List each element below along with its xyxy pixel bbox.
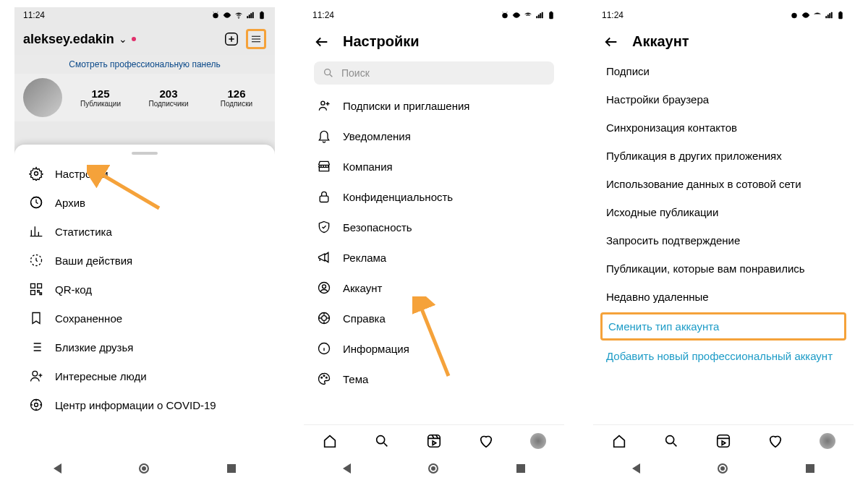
pro-dashboard-banner[interactable]: Смотреть профессиональную панель bbox=[14, 55, 275, 74]
eye-icon bbox=[512, 11, 521, 20]
username[interactable]: aleksey.edakin bbox=[23, 32, 114, 47]
profile-avatar-icon[interactable] bbox=[530, 433, 546, 449]
row-label: Справка bbox=[343, 312, 386, 325]
home-button[interactable] bbox=[718, 463, 728, 474]
account-original[interactable]: Исходные публикации bbox=[593, 198, 854, 226]
menu-covid[interactable]: Центр информации о COVID-19 bbox=[14, 390, 275, 419]
stat-posts[interactable]: 125 Публикации bbox=[71, 87, 130, 108]
battery-icon bbox=[547, 11, 556, 20]
account-contacts[interactable]: Синхронизация контактов bbox=[593, 114, 854, 142]
svg-point-1 bbox=[226, 14, 228, 16]
status-icons bbox=[790, 11, 845, 20]
home-icon[interactable] bbox=[322, 433, 338, 449]
recents-button[interactable] bbox=[806, 464, 814, 473]
alarm-icon bbox=[790, 11, 799, 20]
settings-help[interactable]: Справка bbox=[304, 303, 564, 333]
account-verify[interactable]: Запросить подтверждение bbox=[593, 226, 854, 254]
account-switch-type[interactable]: Сменить тип аккаунта bbox=[608, 320, 838, 333]
search-icon[interactable] bbox=[663, 433, 679, 449]
settings-ads[interactable]: Реклама bbox=[304, 242, 564, 273]
svg-point-33 bbox=[792, 13, 797, 18]
status-bar: 11:24 bbox=[14, 7, 275, 23]
back-icon[interactable] bbox=[603, 34, 619, 50]
settings-account[interactable]: Аккаунт bbox=[304, 273, 564, 303]
row-label: Уведомления bbox=[343, 130, 411, 142]
profile-avatar-icon[interactable] bbox=[820, 433, 835, 449]
menu-insights[interactable]: Статистика bbox=[14, 217, 275, 246]
settings-about[interactable]: Информация bbox=[304, 333, 564, 364]
menu-label: Статистика bbox=[55, 226, 112, 238]
back-button[interactable] bbox=[54, 463, 61, 474]
status-time: 11:24 bbox=[23, 10, 45, 20]
settings-privacy[interactable]: Конфиденциальность bbox=[304, 181, 564, 212]
search-icon[interactable] bbox=[374, 433, 390, 449]
settings-invite[interactable]: Подписки и приглашения bbox=[304, 90, 564, 121]
menu-label: Сохраненное bbox=[55, 312, 122, 325]
account-captions[interactable]: Подписи bbox=[593, 57, 854, 85]
recents-button[interactable] bbox=[516, 464, 525, 473]
wifi-icon bbox=[524, 11, 532, 20]
account-add-pro[interactable]: Добавить новый профессиональный аккаунт bbox=[593, 342, 854, 370]
new-post-button[interactable] bbox=[221, 29, 242, 49]
back-button[interactable] bbox=[632, 463, 640, 474]
settings-notifications[interactable]: Уведомления bbox=[304, 121, 564, 151]
account-share[interactable]: Публикация в других приложениях bbox=[593, 142, 854, 170]
account-liked[interactable]: Публикации, которые вам понравились bbox=[593, 254, 854, 283]
row-label: Аккаунт bbox=[343, 282, 382, 294]
stat-following[interactable]: 126 Подписки bbox=[207, 87, 266, 108]
menu-close-friends[interactable]: Близкие друзья bbox=[14, 333, 275, 361]
reels-icon[interactable] bbox=[715, 433, 731, 449]
avatar[interactable] bbox=[23, 78, 62, 117]
back-button[interactable] bbox=[343, 463, 351, 474]
bookmark-icon bbox=[29, 311, 43, 325]
settings-security[interactable]: Безопасность bbox=[304, 212, 564, 242]
row-label: Компания bbox=[343, 160, 393, 173]
help-icon bbox=[317, 311, 331, 325]
menu-saved[interactable]: Сохраненное bbox=[14, 304, 275, 333]
svg-point-25 bbox=[322, 316, 327, 321]
home-icon[interactable] bbox=[611, 433, 627, 449]
row-label: Подписки и приглашения bbox=[343, 100, 469, 112]
heart-icon[interactable] bbox=[767, 433, 783, 449]
row-label: Безопасность bbox=[343, 221, 412, 234]
activity-icon bbox=[29, 253, 43, 267]
heart-icon[interactable] bbox=[478, 433, 494, 449]
page-title: Настройки bbox=[343, 33, 420, 50]
sheet-grabber[interactable] bbox=[132, 152, 158, 155]
menu-qr[interactable]: QR-код bbox=[14, 275, 275, 304]
wifi-icon bbox=[234, 11, 243, 20]
svg-point-27 bbox=[321, 377, 323, 379]
row-label: Тема bbox=[343, 373, 368, 385]
menu-activity[interactable]: Ваши действия bbox=[14, 246, 275, 275]
menu-discover[interactable]: Интересные люди bbox=[14, 361, 275, 390]
chevron-down-icon[interactable]: ⌄ bbox=[119, 33, 127, 45]
reels-icon[interactable] bbox=[426, 433, 442, 449]
svg-point-31 bbox=[377, 435, 385, 443]
side-menu-sheet: Настройки Архив Статистика Ваши действия… bbox=[14, 145, 275, 481]
signal-icon bbox=[246, 11, 255, 20]
eye-icon bbox=[223, 11, 231, 20]
svg-rect-17 bbox=[550, 12, 553, 19]
hamburger-menu-button[interactable] bbox=[246, 29, 266, 49]
menu-archive[interactable]: Архив bbox=[14, 188, 275, 217]
recents-button[interactable] bbox=[227, 464, 236, 473]
home-button[interactable] bbox=[428, 463, 438, 474]
megaphone-icon bbox=[317, 250, 331, 265]
settings-theme[interactable]: Тема bbox=[304, 364, 564, 394]
back-icon[interactable] bbox=[314, 34, 330, 50]
search-input[interactable]: Поиск bbox=[314, 61, 554, 85]
svg-point-29 bbox=[326, 377, 328, 379]
signal-icon bbox=[535, 11, 544, 20]
svg-rect-37 bbox=[718, 435, 730, 447]
screen-settings: 11:24 Настройки Поиск Подписки и приглаш… bbox=[304, 7, 564, 481]
home-button[interactable] bbox=[139, 463, 149, 474]
account-deleted[interactable]: Недавно удаленные bbox=[593, 283, 854, 311]
alarm-icon bbox=[211, 11, 220, 20]
account-cellular[interactable]: Использование данных в сотовой сети bbox=[593, 170, 854, 198]
battery-icon bbox=[258, 11, 266, 20]
settings-business[interactable]: Компания bbox=[304, 151, 564, 181]
info-location-icon bbox=[29, 398, 43, 412]
stat-followers[interactable]: 203 Подписчики bbox=[139, 87, 198, 108]
account-browser[interactable]: Настройки браузера bbox=[593, 85, 854, 114]
menu-settings[interactable]: Настройки bbox=[14, 159, 275, 188]
